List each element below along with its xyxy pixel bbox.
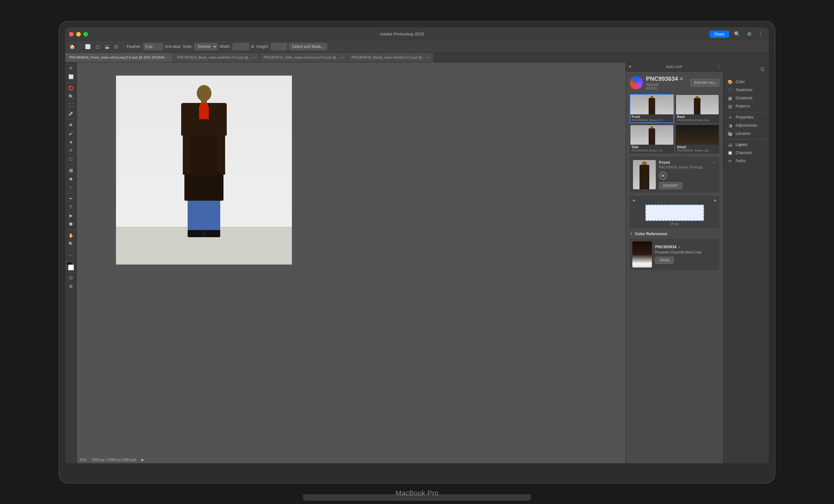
settings-button[interactable]: ⚙ bbox=[745, 30, 753, 38]
screen-mode[interactable]: ⊞ bbox=[66, 282, 75, 290]
tab-back[interactable]: PNC993634_Back_main.wq4tr0sr.0.0.psd @..… bbox=[173, 53, 260, 62]
bg-color[interactable] bbox=[68, 265, 74, 270]
color-refs-header: ▼ Color References bbox=[630, 232, 719, 236]
healing-tool[interactable]: ✚ bbox=[66, 121, 75, 129]
laptop-shell: Adobe Photoshop 2023 Share 🔍 ⚙ ⋮ 🏠 ⬜ ◻ ⬓… bbox=[59, 21, 775, 483]
close-button[interactable] bbox=[69, 32, 74, 37]
canvas-document bbox=[116, 75, 292, 265]
swap-icon[interactable]: ⇄ bbox=[251, 44, 255, 49]
quick-select-tool[interactable]: 🔍 bbox=[66, 93, 75, 101]
share-button[interactable]: Share bbox=[709, 30, 729, 38]
panel-item-layers[interactable]: 🗂 Layers bbox=[724, 141, 769, 149]
panel-item-color[interactable]: 🎨 Color bbox=[724, 78, 769, 86]
foreground-color[interactable] bbox=[66, 261, 75, 270]
options-toolbar: 🏠 ⬜ ◻ ⬓ ⊡ Feather: Anti-alias Style: Nor… bbox=[65, 41, 769, 53]
blur-tool[interactable]: ◉ bbox=[66, 175, 75, 183]
paste-drop-box[interactable] bbox=[645, 204, 704, 221]
panel-item-adjustments[interactable]: ◑ Adjustments bbox=[724, 122, 769, 130]
pen-tool[interactable]: ✒ bbox=[66, 195, 75, 203]
panel-menu-button[interactable]: ⋮ bbox=[717, 65, 721, 69]
copy-icon[interactable]: ⧉ bbox=[680, 76, 683, 81]
export-button[interactable]: EXPORT bbox=[659, 182, 682, 189]
dodge-tool[interactable]: ○ bbox=[66, 183, 75, 191]
paste-left: ◀ bbox=[632, 198, 635, 202]
width-input[interactable] bbox=[233, 43, 249, 50]
search-button[interactable]: 🔍 bbox=[732, 30, 742, 38]
gradient-tool[interactable]: ▦ bbox=[66, 167, 75, 174]
home-icon[interactable]: 🏠 bbox=[68, 43, 76, 50]
zoom-tool[interactable]: 🔍 bbox=[66, 240, 75, 248]
panel-item-channels[interactable]: 🔲 Channels bbox=[724, 149, 769, 157]
patterns-panel-icon: ▤ bbox=[727, 104, 733, 109]
tab-front[interactable]: PNC993634_Front_main.s41sruwq.0.0.psd @ … bbox=[65, 53, 173, 62]
open-button[interactable]: OPEN bbox=[655, 257, 674, 264]
mask-mode[interactable]: ⊡ bbox=[66, 274, 75, 282]
paste-right: ▶ bbox=[714, 198, 717, 202]
tab-detail[interactable]: PNC993634_Detail_main.r4srt5tv.0.0.psd @… bbox=[348, 53, 434, 62]
image-cell-front[interactable]: Front PNC993634_Brown_Fr... bbox=[630, 94, 674, 123]
image-cell-detail[interactable]: Detail PNC993634_Brown_De... bbox=[675, 125, 720, 153]
shape-tool[interactable]: ⬟ bbox=[66, 220, 75, 228]
more-button[interactable]: ⋮ bbox=[756, 30, 765, 38]
fill-icon[interactable]: ◻ bbox=[94, 43, 101, 50]
panel-item-swatches[interactable]: ⬛ Swatches bbox=[724, 86, 769, 94]
export-all-button[interactable]: EXPORT ALL bbox=[690, 79, 719, 87]
lt-sep-7 bbox=[67, 272, 75, 272]
select-mask-button[interactable]: Select and Mask... bbox=[289, 43, 327, 50]
sku-text: PNC993634 bbox=[646, 75, 678, 83]
path-icon[interactable]: ⬓ bbox=[103, 43, 111, 50]
image-cell-side[interactable]: Side PNC993634_Brown_Si... bbox=[630, 125, 674, 153]
lasso-tool[interactable]: ⭕ bbox=[66, 84, 75, 92]
panel-item-paths[interactable]: ✏ Paths bbox=[724, 157, 769, 165]
plugin-logo-title: PNC993634 ⧉ Apparel AFD01 bbox=[630, 75, 683, 90]
toolbar-separator-1 bbox=[80, 43, 80, 50]
lt-sep-2 bbox=[67, 119, 75, 119]
detail-more-menu[interactable]: ⋯ bbox=[711, 159, 717, 166]
height-input[interactable] bbox=[271, 43, 287, 50]
panel-item-libraries[interactable]: 📚 Libraries bbox=[724, 130, 769, 138]
adjustments-panel-icon: ◑ bbox=[727, 123, 733, 128]
hand-tool[interactable]: ✋ bbox=[66, 232, 75, 239]
style-select[interactable]: Normal bbox=[195, 43, 218, 50]
minimize-button[interactable] bbox=[76, 32, 81, 37]
brush-tool[interactable]: 🖌 bbox=[66, 130, 75, 137]
detail-filename: PNC993634_Brown_De... bbox=[677, 149, 718, 152]
maximize-button[interactable] bbox=[83, 32, 88, 37]
path-select-tool[interactable]: ▶ bbox=[66, 212, 75, 220]
tab-side-close[interactable]: ✕ bbox=[341, 56, 343, 59]
clone-tool[interactable]: ◈ bbox=[66, 138, 75, 146]
more-tools[interactable]: ⋯ bbox=[66, 251, 75, 259]
tab-detail-close[interactable]: ✕ bbox=[427, 56, 430, 59]
section-toggle-icon[interactable]: ▼ bbox=[630, 232, 633, 236]
tab-back-close[interactable]: ✕ bbox=[253, 56, 256, 59]
image-cell-back[interactable]: Back PNC993634_Brown_Ba... bbox=[675, 94, 720, 123]
eraser-tool[interactable]: ◻ bbox=[66, 155, 75, 163]
master-badge: M bbox=[659, 172, 667, 179]
type-tool[interactable]: T bbox=[66, 203, 75, 211]
back-thumb-figure bbox=[694, 98, 700, 114]
artboard-tool[interactable]: ⬜ bbox=[66, 73, 75, 81]
canvas-area[interactable]: 25% 3333 px x 5000 px (300 ppi) ▶ bbox=[77, 63, 626, 463]
move-tool[interactable]: ✛ bbox=[66, 65, 75, 72]
icon4[interactable]: ⊡ bbox=[113, 43, 120, 50]
selection-icon[interactable]: ⬜ bbox=[83, 43, 92, 50]
swatches-panel-icon: ⬛ bbox=[727, 88, 733, 92]
history-brush[interactable]: ↺ bbox=[66, 147, 75, 154]
panel-toggle-icon[interactable]: ◫ bbox=[756, 65, 768, 74]
crop-tool[interactable]: ⛶ bbox=[66, 101, 75, 109]
image-grid: Front PNC993634_Brown_Fr... bbox=[630, 94, 719, 153]
front-label: Front PNC993634_Brown_Fr... bbox=[630, 114, 673, 123]
feather-input[interactable] bbox=[144, 43, 163, 50]
panel-item-patterns[interactable]: ▤ Patterns bbox=[724, 102, 769, 110]
panel-close-button[interactable]: ✕ bbox=[629, 65, 632, 69]
panel-item-properties[interactable]: ≡ Properties bbox=[724, 113, 769, 122]
side-label: Side PNC993634_Brown_Si... bbox=[630, 145, 673, 153]
channels-panel-icon: 🔲 bbox=[727, 151, 733, 155]
external-link-icon[interactable]: ➔ bbox=[678, 245, 681, 249]
eyedropper-tool[interactable]: 💉 bbox=[66, 110, 75, 117]
back-filename: PNC993634_Brown_Ba... bbox=[677, 118, 718, 122]
tab-side[interactable]: PNC993634_Side_main.w2xsuu1y.0.0.psd @..… bbox=[260, 53, 348, 62]
panel-item-gradients[interactable]: ▦ Gradients bbox=[724, 94, 769, 102]
selected-file-detail: Front PNC993634_Brown_Front.jpg M EXPORT… bbox=[630, 157, 719, 193]
tab-front-close[interactable]: ✕ bbox=[167, 56, 169, 59]
